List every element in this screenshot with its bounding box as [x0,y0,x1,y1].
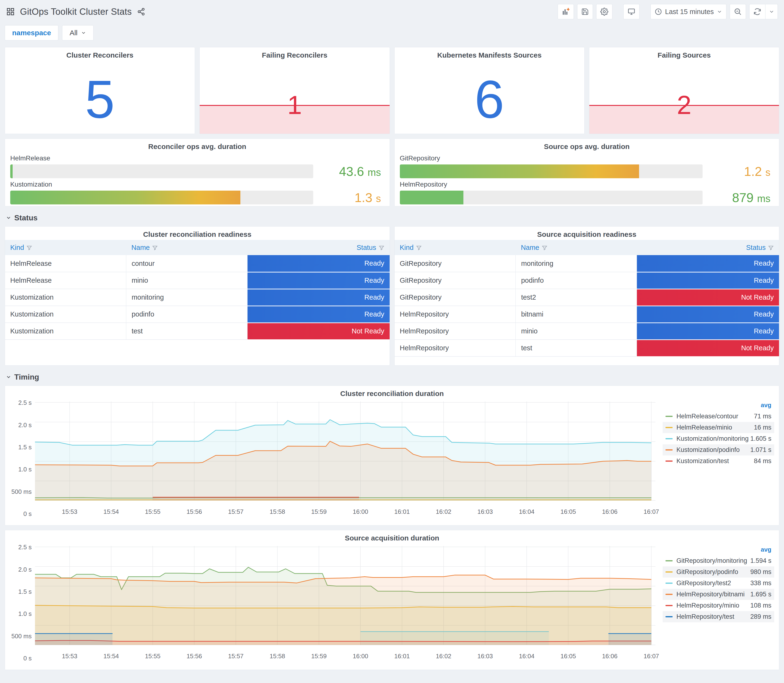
tv-mode-button[interactable] [623,4,640,19]
status-badge: Not Ready [636,289,779,306]
gauge-label: HelmRelease [10,154,381,162]
panel-title[interactable]: Kubernetes Manifests Sources [394,47,584,61]
column-header-status[interactable]: Status [636,240,779,255]
legend-series-label[interactable]: HelmRelease/contour [677,413,754,420]
table-row: HelmRepositorybitnamiReady [394,306,779,323]
panel-title[interactable]: Cluster Reconcilers [5,47,195,61]
x-tick-label: 15:56 [187,653,202,660]
legend-series-label[interactable]: Kustomization/podinfo [677,446,750,454]
x-tick-label: 15:53 [62,653,77,660]
legend-series-label[interactable]: Kustomization/monitoring [677,435,750,443]
panel-kubernetes-manifests-sources: Kubernetes Manifests Sources 6 [394,47,585,134]
panel-title[interactable]: Cluster reconciliation duration [5,386,779,399]
cell-kind: Kustomization [5,306,126,323]
legend-series-label[interactable]: HelmRepository/bitnami [677,591,750,598]
refresh-interval-dropdown[interactable] [765,4,778,19]
add-panel-button[interactable] [558,4,574,19]
panel-title[interactable]: Source ops avg. duration [394,139,779,152]
legend-item: HelmRepository/minio108 ms [663,600,774,611]
column-header-kind[interactable]: Kind [394,240,516,255]
time-series-plot[interactable] [35,545,656,649]
y-tick-label: 500 ms [11,632,32,640]
variable-value-dropdown[interactable]: All [62,25,93,40]
y-tick-label: 1.5 s [18,588,32,595]
column-header-kind[interactable]: Kind [5,240,126,255]
refresh-button[interactable] [749,4,765,19]
legend-series-label[interactable]: HelmRepository/minio [677,602,750,609]
legend-series-avg: 84 ms [754,457,771,465]
cell-name: test [516,340,636,356]
panel-reconciler-ops-duration: Reconciler ops avg. duration HelmRelease… [5,138,390,206]
legend-series-label[interactable]: HelmRelease/minio [677,424,754,431]
column-header-name[interactable]: Name [126,240,247,255]
table-row: KustomizationpodinfoReady [5,306,390,323]
status-badge: Ready [636,306,779,323]
time-series-plot[interactable] [35,400,656,504]
panel-failing-reconcilers: Failing Reconcilers 1 [199,47,390,134]
filter-icon[interactable] [26,245,32,251]
y-tick-label: 1.0 s [18,610,32,617]
panel-title[interactable]: Failing Reconcilers [200,47,390,61]
variable-label-namespace[interactable]: namespace [5,25,58,40]
legend-series-avg: 980 ms [750,568,771,576]
panel-failing-sources: Failing Sources 2 [589,47,779,134]
x-tick-label: 16:05 [561,508,576,515]
zoom-out-button[interactable] [730,4,746,19]
panel-title[interactable]: Source acquisition readiness [394,226,779,240]
dashboard-grid-icon[interactable] [6,7,15,16]
filter-icon[interactable] [768,245,774,251]
gauge-row: Kustomization1.3 s [10,181,381,205]
cell-name: monitoring [126,289,247,306]
panel-title[interactable]: Failing Sources [589,47,779,61]
panel-source-acquisition-readiness: Source acquisition readiness Kind Name S… [394,226,779,366]
x-axis: 15:5315:5415:5515:5615:5715:5815:5916:00… [35,504,656,518]
chevron-down-icon [6,215,11,221]
row-header-status[interactable]: Status [6,213,779,223]
save-dashboard-button[interactable] [577,4,593,19]
panel-title[interactable]: Source acquisition duration [5,530,779,544]
cell-kind: GitRepository [394,289,516,306]
legend-series-label[interactable]: GitRepository/test2 [677,579,750,587]
x-axis: 15:5315:5415:5515:5615:5715:5815:5916:00… [35,649,656,662]
panel-cluster-reconciliation-readiness: Cluster reconciliation readiness Kind Na… [5,226,390,366]
time-range-picker[interactable]: Last 15 minutes [651,4,726,19]
share-icon[interactable] [137,8,145,16]
row-header-timing[interactable]: Timing [6,372,779,382]
cell-kind: GitRepository [394,255,516,272]
x-tick-label: 15:55 [145,508,160,515]
legend-avg-header[interactable]: avg [663,400,774,411]
filter-icon[interactable] [542,245,547,251]
legend-item: Kustomization/monitoring1.605 s [663,433,774,444]
variables-row: namespace All [5,21,779,42]
legend-avg-header[interactable]: avg [663,545,774,555]
y-tick-label: 2.5 s [18,544,32,551]
legend-series-label[interactable]: HelmRepository/test [677,613,750,620]
filter-icon[interactable] [152,245,158,251]
page-title: GitOps Toolkit Cluster Stats [20,6,132,17]
legend-series-label[interactable]: GitRepository/monitoring [677,557,750,564]
panel-title[interactable]: Cluster reconciliation readiness [5,226,390,240]
column-header-status[interactable]: Status [247,240,390,255]
filter-icon[interactable] [416,245,422,251]
gauges-row: Reconciler ops avg. duration HelmRelease… [5,138,779,206]
gauge-label: Kustomization [10,181,381,188]
status-badge: Ready [636,323,779,340]
dashboard-settings-button[interactable] [596,4,612,19]
panel-title[interactable]: Reconciler ops avg. duration [5,139,390,152]
y-tick-label: 0 s [23,654,32,662]
column-header-name[interactable]: Name [516,240,636,255]
legend-series-label[interactable]: GitRepository/podinfo [677,568,750,576]
legend-series-color [665,583,673,584]
status-tables-row: Cluster reconciliation readiness Kind Na… [5,226,779,366]
x-tick-label: 16:06 [602,653,617,660]
y-tick-label: 2.0 s [18,421,32,429]
gauge-track [10,164,313,178]
legend-series-color [665,449,673,451]
x-tick-label: 16:05 [561,653,576,660]
chevron-down-icon [717,9,722,14]
chart-legend: avgHelmRelease/contour71 msHelmRelease/m… [656,400,776,518]
filter-icon[interactable] [379,245,385,251]
gauge-label: GitRepository [400,154,771,162]
legend-series-label[interactable]: Kustomization/test [677,457,754,465]
chevron-down-icon [6,374,11,380]
